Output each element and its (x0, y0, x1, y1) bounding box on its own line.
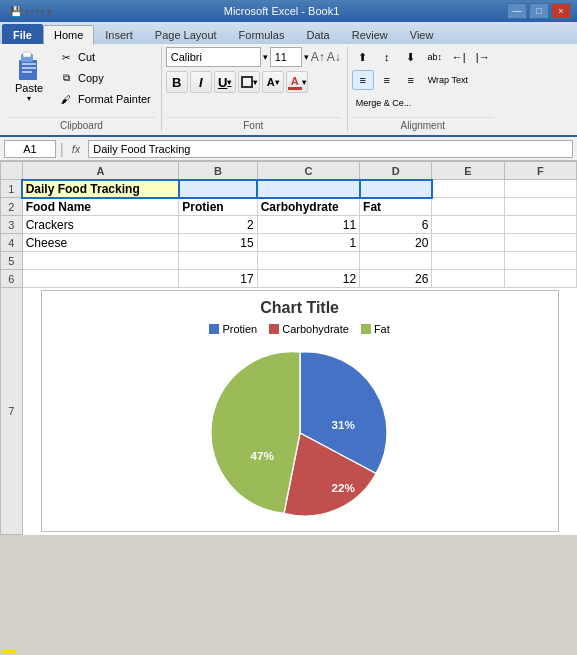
cell-a4[interactable]: Cheese (22, 234, 179, 252)
font-size-decrease-btn[interactable]: A↓ (327, 50, 341, 64)
formula-input[interactable] (88, 140, 573, 158)
cell-d6[interactable]: 26 (360, 270, 432, 288)
col-header-row: A B C D E F (1, 162, 577, 180)
tab-formulas[interactable]: Formulas (228, 24, 296, 44)
cell-c1[interactable] (257, 180, 359, 198)
cell-a5[interactable] (22, 252, 179, 270)
cut-button[interactable]: ✂ Cut (54, 47, 155, 67)
cell-d5[interactable] (360, 252, 432, 270)
wrap-text-btn[interactable]: Wrap Text (424, 70, 472, 90)
chart-title: Chart Title (260, 299, 339, 317)
pie-chart: 31% 22% 47% (210, 343, 390, 523)
tab-home[interactable]: Home (43, 25, 94, 45)
cell-b3[interactable]: 2 (179, 216, 257, 234)
row-num-5: 5 (1, 252, 23, 270)
table-row: 1 Daily Food Tracking (1, 180, 577, 198)
cell-d1[interactable] (360, 180, 432, 198)
cell-e1[interactable] (432, 180, 504, 198)
cell-c3[interactable]: 11 (257, 216, 359, 234)
col-header-c[interactable]: C (257, 162, 359, 180)
copy-button[interactable]: ⧉ Copy (54, 68, 155, 88)
bold-button[interactable]: B (166, 71, 188, 93)
minimize-btn[interactable]: — (507, 3, 527, 19)
tab-view[interactable]: View (399, 24, 445, 44)
cell-a3[interactable]: Crackers (22, 216, 179, 234)
col-header-d[interactable]: D (360, 162, 432, 180)
align-top-btn[interactable]: ⬆ (352, 47, 374, 67)
cell-a1[interactable]: Daily Food Tracking (22, 180, 179, 198)
col-header-a[interactable]: A (22, 162, 179, 180)
cell-f6[interactable] (504, 270, 576, 288)
cell-ref-input[interactable] (4, 140, 56, 158)
cell-c4[interactable]: 1 (257, 234, 359, 252)
cell-c5[interactable] (257, 252, 359, 270)
cell-e2[interactable] (432, 198, 504, 216)
legend-item-carbohydrate: Carbohydrate (269, 323, 349, 335)
italic-button[interactable]: I (190, 71, 212, 93)
font-size-increase-btn[interactable]: A↑ (311, 50, 325, 64)
cell-f1[interactable] (504, 180, 576, 198)
paste-button[interactable]: Paste ▾ (8, 47, 50, 106)
fill-color-button[interactable]: A ▾ (262, 71, 284, 93)
cell-f5[interactable] (504, 252, 576, 270)
align-bottom-btn[interactable]: ⬇ (400, 47, 422, 67)
cell-f4[interactable] (504, 234, 576, 252)
font-name-dropdown[interactable]: ▾ (263, 52, 268, 62)
row-num-3: 3 (1, 216, 23, 234)
save-quick-btn[interactable]: 💾 (10, 6, 22, 17)
font-size-input[interactable] (270, 47, 302, 67)
cell-e4[interactable] (432, 234, 504, 252)
cell-e3[interactable] (432, 216, 504, 234)
cell-d4[interactable]: 20 (360, 234, 432, 252)
cell-b4[interactable]: 15 (179, 234, 257, 252)
align-middle-btn[interactable]: ↕ (376, 47, 398, 67)
cell-b1[interactable] (179, 180, 257, 198)
cell-b5[interactable] (179, 252, 257, 270)
window-controls[interactable]: — □ × (507, 3, 571, 19)
cell-a2[interactable]: Food Name (22, 198, 179, 216)
dropdown-quick-btn[interactable]: ▾ (47, 6, 52, 17)
col-header-b[interactable]: B (179, 162, 257, 180)
format-painter-button[interactable]: 🖌 Format Painter (54, 89, 155, 109)
cell-a6[interactable] (22, 270, 179, 288)
tab-file[interactable]: File (2, 24, 43, 44)
borders-button[interactable]: ▾ (238, 71, 260, 93)
undo-quick-btn[interactable]: ↩ (25, 6, 33, 17)
maximize-btn[interactable]: □ (529, 3, 549, 19)
align-right-btn[interactable]: ≡ (400, 70, 422, 90)
font-size-dropdown[interactable]: ▾ (304, 52, 309, 62)
cell-c2[interactable]: Carbohydrate (257, 198, 359, 216)
cell-e6[interactable] (432, 270, 504, 288)
font-color-button[interactable]: A ▾ (286, 71, 308, 93)
slice-label-carbohydrate: 22% (331, 481, 355, 494)
cell-d3[interactable]: 6 (360, 216, 432, 234)
cell-f2[interactable] (504, 198, 576, 216)
close-btn[interactable]: × (551, 3, 571, 19)
paste-dropdown-arrow[interactable]: ▾ (27, 94, 31, 103)
text-direction-btn[interactable]: ab↕ (424, 47, 446, 67)
cell-b6[interactable]: 17 (179, 270, 257, 288)
cell-c6[interactable]: 12 (257, 270, 359, 288)
cell-e5[interactable] (432, 252, 504, 270)
underline-button[interactable]: U▾ (214, 71, 236, 93)
indent-decrease-btn[interactable]: ←| (448, 47, 470, 67)
table-row: 5 (1, 252, 577, 270)
tab-review[interactable]: Review (341, 24, 399, 44)
tab-data[interactable]: Data (295, 24, 340, 44)
align-left-btn[interactable]: ≡ (352, 70, 374, 90)
align-center-btn[interactable]: ≡ (376, 70, 398, 90)
tab-insert[interactable]: Insert (94, 24, 144, 44)
col-header-f[interactable]: F (504, 162, 576, 180)
cell-f3[interactable] (504, 216, 576, 234)
col-header-e[interactable]: E (432, 162, 504, 180)
redo-quick-btn[interactable]: ↪ (36, 6, 44, 17)
corner-cell[interactable] (1, 162, 23, 180)
cell-d2[interactable]: Fat (360, 198, 432, 216)
quick-access-toolbar[interactable]: 💾 ↩ ↪ ▾ (6, 6, 56, 17)
font-name-input[interactable] (166, 47, 261, 67)
merge-center-btn[interactable]: Merge & Ce... (352, 93, 416, 113)
table-row: 6 17 12 26 (1, 270, 577, 288)
indent-increase-btn[interactable]: |→ (472, 47, 494, 67)
cell-b2[interactable]: Protien (179, 198, 257, 216)
tab-page-layout[interactable]: Page Layout (144, 24, 228, 44)
